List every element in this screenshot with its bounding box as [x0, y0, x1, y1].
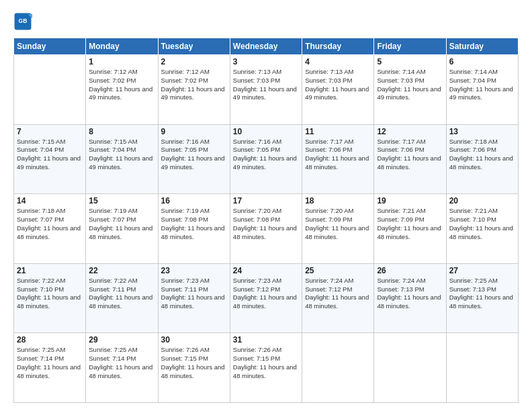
sunset-text: Sunset: 7:06 PM	[305, 146, 371, 154]
logo-icon: GB	[13, 12, 32, 31]
week-row-4: 28Sunrise: 7:25 AMSunset: 7:14 PMDayligh…	[14, 333, 519, 403]
sunrise-text: Sunrise: 7:21 AM	[449, 207, 515, 216]
sunset-text: Sunset: 7:12 PM	[305, 285, 371, 294]
day-number: 15	[89, 196, 154, 205]
calendar-cell: 6Sunrise: 7:14 AMSunset: 7:04 PMDaylight…	[446, 55, 518, 125]
sunrise-text: Sunrise: 7:19 AM	[89, 207, 154, 216]
daylight-text: Daylight: 11 hours and 48 minutes.	[449, 293, 515, 311]
sunset-text: Sunset: 7:07 PM	[17, 216, 83, 224]
calendar-cell: 16Sunrise: 7:19 AMSunset: 7:08 PMDayligh…	[158, 194, 230, 264]
sunset-text: Sunset: 7:04 PM	[17, 146, 83, 154]
sunrise-text: Sunrise: 7:21 AM	[377, 207, 443, 216]
day-number: 9	[161, 127, 227, 136]
sunset-text: Sunset: 7:03 PM	[233, 77, 299, 85]
day-number: 24	[233, 266, 299, 275]
daylight-text: Daylight: 11 hours and 48 minutes.	[161, 224, 227, 242]
daylight-text: Daylight: 11 hours and 49 minutes.	[377, 85, 443, 103]
sunrise-text: Sunrise: 7:18 AM	[17, 207, 83, 216]
sunrise-text: Sunrise: 7:23 AM	[233, 277, 299, 285]
daylight-text: Daylight: 11 hours and 49 minutes.	[305, 85, 371, 103]
week-row-1: 7Sunrise: 7:15 AMSunset: 7:04 PMDaylight…	[14, 124, 519, 194]
day-number: 23	[161, 266, 227, 275]
sunrise-text: Sunrise: 7:12 AM	[89, 68, 154, 77]
sunrise-text: Sunrise: 7:26 AM	[161, 346, 227, 355]
sunset-text: Sunset: 7:09 PM	[305, 216, 371, 224]
daylight-text: Daylight: 11 hours and 49 minutes.	[233, 154, 299, 172]
day-number: 29	[89, 335, 154, 345]
calendar-cell: 23Sunrise: 7:23 AMSunset: 7:11 PMDayligh…	[158, 263, 230, 333]
daylight-text: Daylight: 11 hours and 49 minutes.	[89, 85, 154, 103]
sunset-text: Sunset: 7:05 PM	[233, 146, 299, 154]
day-number: 21	[17, 266, 83, 275]
sunset-text: Sunset: 7:15 PM	[161, 355, 227, 363]
daylight-text: Daylight: 11 hours and 48 minutes.	[89, 293, 154, 311]
sunrise-text: Sunrise: 7:18 AM	[449, 138, 515, 146]
calendar-cell: 13Sunrise: 7:18 AMSunset: 7:06 PMDayligh…	[446, 124, 518, 194]
sunrise-text: Sunrise: 7:20 AM	[233, 207, 299, 216]
sunset-text: Sunset: 7:07 PM	[89, 216, 154, 224]
day-number: 30	[161, 335, 227, 345]
sunrise-text: Sunrise: 7:22 AM	[89, 277, 154, 285]
day-number: 12	[377, 127, 443, 136]
daylight-text: Daylight: 11 hours and 48 minutes.	[305, 224, 371, 242]
sunset-text: Sunset: 7:14 PM	[17, 355, 83, 363]
sunset-text: Sunset: 7:06 PM	[377, 146, 443, 154]
calendar-cell: 5Sunrise: 7:14 AMSunset: 7:03 PMDaylight…	[374, 55, 446, 125]
weekday-header-thursday: Thursday	[302, 38, 374, 55]
sunset-text: Sunset: 7:03 PM	[377, 77, 443, 85]
calendar-cell: 29Sunrise: 7:25 AMSunset: 7:14 PMDayligh…	[86, 333, 158, 403]
daylight-text: Daylight: 11 hours and 48 minutes.	[89, 224, 154, 242]
weekday-header-sunday: Sunday	[14, 38, 86, 55]
sunrise-text: Sunrise: 7:23 AM	[161, 277, 227, 285]
calendar-cell	[302, 333, 374, 403]
sunrise-text: Sunrise: 7:26 AM	[233, 346, 299, 355]
calendar-cell: 24Sunrise: 7:23 AMSunset: 7:12 PMDayligh…	[230, 263, 302, 333]
day-number: 28	[17, 335, 83, 345]
daylight-text: Daylight: 11 hours and 48 minutes.	[377, 293, 443, 311]
day-number: 17	[233, 196, 299, 205]
logo: GB	[13, 12, 35, 31]
day-number: 14	[17, 196, 83, 205]
calendar-cell: 10Sunrise: 7:16 AMSunset: 7:05 PMDayligh…	[230, 124, 302, 194]
header: GB	[13, 12, 519, 31]
daylight-text: Daylight: 11 hours and 49 minutes.	[161, 85, 227, 103]
calendar-cell: 15Sunrise: 7:19 AMSunset: 7:07 PMDayligh…	[86, 194, 158, 264]
calendar-cell: 27Sunrise: 7:25 AMSunset: 7:13 PMDayligh…	[446, 263, 518, 333]
weekday-header-monday: Monday	[86, 38, 158, 55]
sunset-text: Sunset: 7:02 PM	[89, 77, 154, 85]
day-number: 6	[449, 57, 515, 66]
calendar-cell: 21Sunrise: 7:22 AMSunset: 7:10 PMDayligh…	[14, 263, 86, 333]
sunrise-text: Sunrise: 7:17 AM	[305, 138, 371, 146]
calendar-cell: 31Sunrise: 7:26 AMSunset: 7:15 PMDayligh…	[230, 333, 302, 403]
sunset-text: Sunset: 7:05 PM	[161, 146, 227, 154]
daylight-text: Daylight: 11 hours and 49 minutes.	[89, 154, 154, 172]
sunrise-text: Sunrise: 7:13 AM	[233, 68, 299, 77]
sunrise-text: Sunrise: 7:16 AM	[233, 138, 299, 146]
sunrise-text: Sunrise: 7:20 AM	[305, 207, 371, 216]
calendar-cell: 22Sunrise: 7:22 AMSunset: 7:11 PMDayligh…	[86, 263, 158, 333]
week-row-3: 21Sunrise: 7:22 AMSunset: 7:10 PMDayligh…	[14, 263, 519, 333]
sunset-text: Sunset: 7:13 PM	[377, 285, 443, 294]
calendar-cell: 18Sunrise: 7:20 AMSunset: 7:09 PMDayligh…	[302, 194, 374, 264]
daylight-text: Daylight: 11 hours and 48 minutes.	[17, 293, 83, 311]
calendar-cell: 12Sunrise: 7:17 AMSunset: 7:06 PMDayligh…	[374, 124, 446, 194]
sunrise-text: Sunrise: 7:13 AM	[305, 68, 371, 77]
calendar-cell: 11Sunrise: 7:17 AMSunset: 7:06 PMDayligh…	[302, 124, 374, 194]
day-number: 27	[449, 266, 515, 275]
daylight-text: Daylight: 11 hours and 48 minutes.	[377, 154, 443, 172]
sunset-text: Sunset: 7:13 PM	[449, 285, 515, 294]
calendar-cell: 20Sunrise: 7:21 AMSunset: 7:10 PMDayligh…	[446, 194, 518, 264]
calendar-cell: 7Sunrise: 7:15 AMSunset: 7:04 PMDaylight…	[14, 124, 86, 194]
sunset-text: Sunset: 7:10 PM	[17, 285, 83, 294]
weekday-header-row: SundayMondayTuesdayWednesdayThursdayFrid…	[14, 38, 519, 55]
sunrise-text: Sunrise: 7:17 AM	[377, 138, 443, 146]
day-number: 26	[377, 266, 443, 275]
sunset-text: Sunset: 7:09 PM	[377, 216, 443, 224]
sunset-text: Sunset: 7:14 PM	[89, 355, 154, 363]
calendar-cell: 8Sunrise: 7:15 AMSunset: 7:04 PMDaylight…	[86, 124, 158, 194]
calendar-cell: 14Sunrise: 7:18 AMSunset: 7:07 PMDayligh…	[14, 194, 86, 264]
sunset-text: Sunset: 7:02 PM	[161, 77, 227, 85]
calendar-cell: 1Sunrise: 7:12 AMSunset: 7:02 PMDaylight…	[86, 55, 158, 125]
calendar-cell	[374, 333, 446, 403]
day-number: 3	[233, 57, 299, 66]
